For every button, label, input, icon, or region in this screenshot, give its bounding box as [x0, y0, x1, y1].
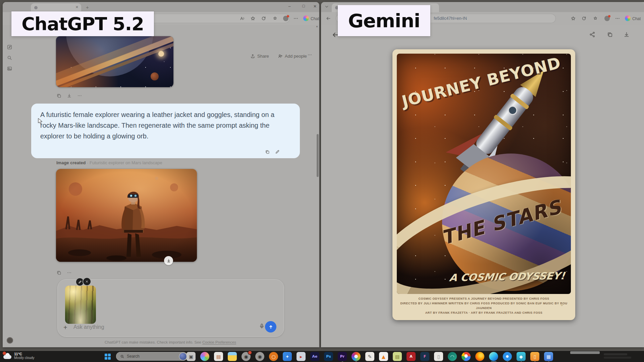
tray-date-area[interactable] — [604, 357, 631, 359]
mars-explorer-art — [56, 169, 197, 262]
copy-image-icon[interactable] — [56, 270, 61, 275]
media-reel-2-icon[interactable]: ◉ — [255, 352, 264, 361]
scrollbar-up-arrow[interactable]: ▲ — [316, 25, 318, 28]
notes-app-icon[interactable]: ▤ — [214, 352, 223, 361]
search-tool-icon[interactable]: ○ — [269, 352, 278, 361]
cookie-preferences-link[interactable]: Cookie Preferences — [202, 340, 236, 344]
poster-space-scene: JOURNEY BEYOND THE STARS A COSMIC ODYSSE… — [397, 54, 571, 294]
copy-icon[interactable] — [56, 93, 61, 98]
files-app-icon[interactable]: ▯ — [530, 352, 539, 361]
conversation-more-icon[interactable] — [307, 52, 312, 57]
edit-prompt-icon[interactable] — [275, 149, 280, 154]
right-favorite-star-icon[interactable] — [571, 16, 576, 21]
right-more-menu-icon[interactable] — [615, 16, 620, 21]
share-icon — [250, 54, 255, 59]
gemini-copy-icon[interactable] — [607, 32, 613, 38]
premiere-icon[interactable]: Pr — [338, 352, 347, 361]
gemini-share-icon[interactable] — [589, 32, 595, 38]
share-button[interactable]: Share — [250, 54, 269, 59]
file-explorer-icon[interactable] — [228, 352, 237, 361]
task-view-icon[interactable]: ▣ — [186, 352, 196, 361]
right-refresh-icon[interactable] — [581, 16, 587, 21]
url-text: fe5d8c47hl=en-IN — [434, 16, 467, 21]
saturn-generated-image[interactable] — [56, 36, 173, 87]
back-icon[interactable] — [326, 16, 331, 21]
attach-plus-button[interactable]: + — [63, 324, 67, 331]
color-wheel-icon[interactable] — [352, 352, 361, 361]
favorite-star-icon[interactable] — [250, 16, 256, 21]
saturn-image-actions — [56, 93, 82, 98]
more-options-icon[interactable] — [77, 93, 82, 98]
acrobat-icon[interactable]: A — [407, 352, 416, 361]
photoshop-icon[interactable]: Ps — [324, 352, 333, 361]
teal-swirl-app-icon[interactable]: ◠ — [448, 352, 457, 361]
weather-widget[interactable]: 11°C Mostly cloudy — [3, 352, 35, 360]
edit-attachment-button[interactable] — [76, 278, 84, 286]
text-file-icon[interactable]: ▯ — [434, 352, 443, 361]
figma-icon[interactable]: F — [420, 352, 429, 361]
right-collections-star-icon[interactable] — [593, 16, 598, 21]
safari-browser-icon[interactable] — [503, 352, 512, 361]
red-planet — [151, 72, 159, 80]
attached-image-thumbnail[interactable] — [65, 286, 96, 324]
copilot-icon[interactable] — [303, 15, 309, 21]
remove-x-icon — [85, 280, 89, 283]
search-highlight-avatar — [179, 353, 186, 360]
vlc-icon[interactable]: ▲ — [379, 352, 388, 361]
mail-grid-app-icon[interactable]: ▦ — [544, 352, 553, 361]
right-copilot-icon[interactable] — [625, 15, 631, 21]
search-icon[interactable] — [7, 55, 12, 61]
tab-chevron-icon[interactable] — [324, 4, 329, 9]
more-menu-icon[interactable] — [293, 16, 299, 21]
gemini-generated-poster[interactable]: JOURNEY BEYOND THE STARS A COSMIC ODYSSE… — [392, 49, 575, 320]
more-image-options-icon[interactable] — [67, 270, 72, 275]
mars-explorer-generated-image[interactable] — [56, 169, 197, 262]
chat-composer: + — [57, 279, 284, 337]
profile-avatar[interactable] — [283, 16, 288, 21]
remove-attachment-button[interactable] — [83, 278, 91, 285]
image-download-button[interactable] — [164, 256, 173, 265]
chat-app-icon[interactable]: ◆ — [517, 352, 526, 361]
mic-icon[interactable] — [259, 323, 265, 329]
caption-bold: Image created — [56, 160, 86, 165]
gemini-download-icon[interactable] — [624, 32, 630, 38]
tray-clock-area[interactable] — [604, 353, 627, 355]
copilot-chat-label[interactable]: Chat — [311, 16, 319, 21]
read-aloud-icon[interactable] — [239, 16, 245, 21]
right-copilot-chat-label[interactable]: Chat — [632, 16, 641, 21]
taskbar-search[interactable]: Search — [116, 352, 187, 361]
tab-close-icon[interactable]: ✕ — [75, 5, 78, 9]
download-icon[interactable] — [67, 93, 72, 98]
account-avatar[interactable] — [7, 337, 13, 344]
collections-star-icon[interactable] — [272, 16, 278, 21]
minimize-button[interactable]: – — [284, 4, 294, 9]
glowing-planet — [158, 51, 164, 57]
chrome-icon[interactable] — [462, 352, 471, 361]
send-button[interactable] — [265, 321, 276, 333]
media-reel-icon[interactable]: ◉ — [241, 352, 251, 361]
notepad-icon[interactable]: ✎ — [365, 352, 374, 361]
archive-app-icon[interactable]: ▤ — [393, 352, 402, 361]
message-input[interactable] — [73, 322, 235, 332]
scrollbar-thumb[interactable] — [317, 134, 319, 177]
player-app-icon[interactable]: ▸ — [297, 352, 306, 361]
right-profile-avatar[interactable] — [604, 16, 610, 21]
new-tab-button[interactable]: + — [86, 4, 89, 10]
weather-cloud-icon — [3, 352, 12, 360]
copilot-icon[interactable] — [200, 352, 209, 361]
firefox-icon[interactable] — [475, 352, 484, 361]
after-effects-icon[interactable]: Ae — [310, 352, 319, 361]
credit-line: Cosmic Odyssey presents a Journey Beyond… — [397, 296, 571, 301]
start-button[interactable] — [105, 354, 111, 360]
copy-prompt-icon[interactable] — [265, 149, 270, 154]
photos-app-icon[interactable]: ✦ — [283, 352, 292, 361]
add-people-button[interactable]: Add people — [278, 54, 307, 59]
edit-pencil-icon — [78, 280, 82, 284]
new-chat-icon[interactable] — [7, 44, 12, 50]
left-browser-tab[interactable]: ✕ — [31, 3, 81, 12]
library-icon[interactable] — [7, 66, 12, 71]
edge-icon[interactable] — [489, 352, 498, 361]
close-button[interactable]: ✕ — [310, 4, 320, 9]
refresh-icon[interactable] — [261, 16, 266, 21]
maximize-button[interactable]: ▢ — [299, 4, 309, 8]
